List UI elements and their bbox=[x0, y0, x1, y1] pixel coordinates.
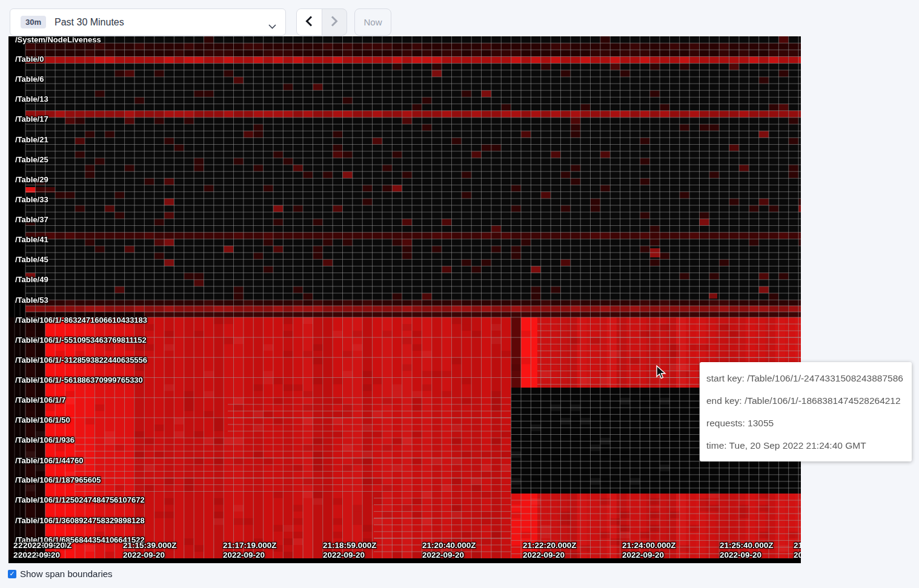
time-range-select[interactable]: 30m Past 30 Minutes bbox=[10, 8, 286, 36]
tooltip-time: time: Tue, 20 Sep 2022 21:24:40 GMT bbox=[706, 434, 905, 457]
chevron-down-icon bbox=[268, 21, 276, 31]
tooltip-end-key: end key: /Table/106/1/-18683814745282642… bbox=[706, 389, 905, 412]
time-range-badge: 30m bbox=[21, 16, 46, 28]
span-boundaries-row: ✓ Show span boundaries bbox=[8, 569, 113, 579]
key-visualizer: /System/NodeLiveness/Table/0/Table/6/Tab… bbox=[8, 36, 801, 563]
heatmap-canvas[interactable] bbox=[8, 36, 801, 563]
time-range-label: Past 30 Minutes bbox=[55, 17, 124, 28]
tooltip-requests: requests: 13055 bbox=[706, 412, 905, 434]
chevron-left-icon bbox=[305, 16, 313, 29]
tooltip-start-key: start key: /Table/106/1/-247433150824388… bbox=[706, 367, 905, 389]
chevron-right-icon bbox=[331, 16, 338, 29]
time-nav-group bbox=[296, 8, 347, 36]
now-button[interactable]: Now bbox=[354, 8, 391, 36]
show-span-boundaries-label[interactable]: Show span boundaries bbox=[20, 569, 113, 579]
next-interval-button[interactable] bbox=[322, 9, 347, 35]
span-tooltip: start key: /Table/106/1/-247433150824388… bbox=[700, 362, 912, 461]
show-span-boundaries-checkbox[interactable]: ✓ bbox=[8, 570, 16, 578]
prev-interval-button[interactable] bbox=[297, 9, 322, 35]
